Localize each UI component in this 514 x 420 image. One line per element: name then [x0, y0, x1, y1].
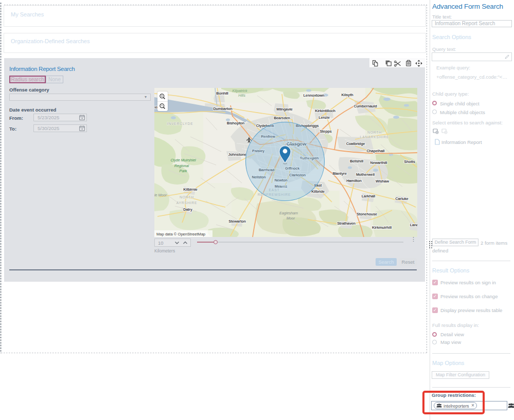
svg-text:AYRSHIRE: AYRSHIRE	[176, 201, 198, 205]
svg-text:Stonehouse: Stonehouse	[357, 212, 377, 216]
svg-text:Strathaven: Strathaven	[337, 221, 356, 226]
svg-text:Map data © OpenStreetMap: Map data © OpenStreetMap	[156, 232, 205, 236]
svg-text:Lenzie: Lenzie	[318, 115, 330, 120]
svg-text:Milngavie: Milngavie	[276, 107, 293, 112]
svg-text:Blantyre: Blantyre	[332, 171, 347, 176]
svg-text:Coatbridge: Coatbridge	[346, 141, 365, 146]
svg-text:Carluke: Carluke	[395, 196, 409, 201]
svg-text:Hills: Hills	[238, 93, 245, 98]
svg-text:Wishaw: Wishaw	[376, 179, 389, 184]
svg-text:Kilpatrick: Kilpatrick	[232, 88, 247, 93]
svg-text:Eaglesham: Eaglesham	[279, 211, 298, 215]
svg-text:Cumbernauld: Cumbernauld	[354, 104, 377, 108]
svg-text:Dumbarton: Dumbarton	[213, 106, 232, 111]
svg-text:Hamilton: Hamilton	[346, 178, 362, 183]
svg-text:Kirkintilloch: Kirkintilloch	[315, 108, 335, 113]
svg-text:Moor: Moor	[287, 216, 295, 221]
svg-text:Larkhall: Larkhall	[362, 194, 376, 198]
svg-text:Dalry: Dalry	[183, 207, 192, 212]
svg-text:INVERCLYDE: INVERCLYDE	[167, 122, 193, 125]
svg-text:Shotts: Shotts	[404, 159, 415, 164]
svg-text:Newarthill: Newarthill	[370, 160, 387, 165]
svg-text:NORTH: NORTH	[367, 131, 382, 134]
svg-text:Park: Park	[180, 169, 187, 173]
svg-text:Kirkmuirhill: Kirkmuirhill	[372, 225, 392, 230]
svg-text:Regional: Regional	[174, 163, 189, 168]
svg-text:Kilbride: Kilbride	[311, 189, 325, 194]
svg-text:Johnstone: Johnstone	[228, 152, 246, 157]
svg-text:Clyde Muirshiel: Clyde Muirshiel	[170, 158, 196, 162]
svg-text:Stewarton: Stewarton	[228, 219, 245, 224]
svg-text:Lanark: Lanark	[410, 223, 417, 227]
svg-text:Lennoxtown: Lennoxtown	[304, 93, 325, 98]
svg-text:LANARKSHIRE: LANARKSHIRE	[360, 135, 389, 139]
svg-text:Bearsden: Bearsden	[274, 116, 290, 120]
svg-text:Kilsyth: Kilsyth	[342, 93, 353, 97]
svg-text:NORTH: NORTH	[180, 195, 194, 199]
svg-text:Bonhill: Bonhill	[216, 91, 228, 96]
svg-text:Chapelhall: Chapelhall	[367, 149, 385, 153]
svg-text:Bishopton: Bishopton	[227, 121, 244, 125]
svg-text:Kilbirnie: Kilbirnie	[183, 187, 198, 192]
svg-text:le Moor: le Moor	[154, 193, 167, 197]
svg-text:Bellshill: Bellshill	[350, 159, 363, 163]
svg-text:Motherwell: Motherwell	[356, 172, 375, 177]
svg-text:Stepps: Stepps	[320, 129, 331, 134]
